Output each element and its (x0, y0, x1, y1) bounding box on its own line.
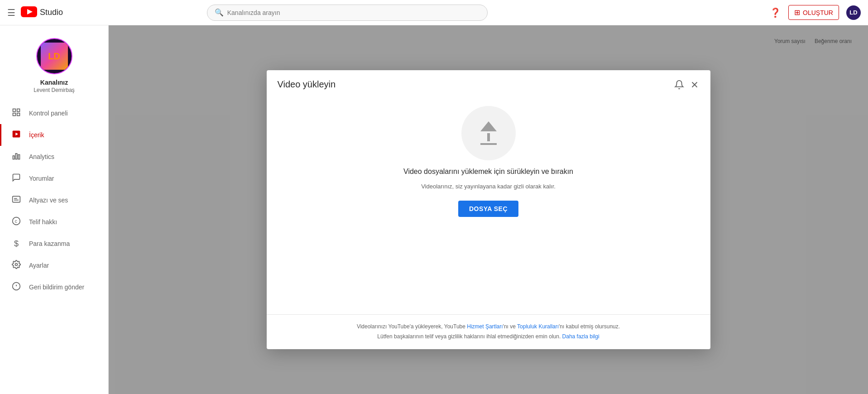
sidebar-item-label: Altyazı ve ses (29, 197, 68, 204)
upload-title: Video dosyalarını yüklemek için sürükley… (403, 168, 573, 176)
upload-drop-zone[interactable]: Video dosyalarını yüklemek için sürükley… (278, 106, 700, 305)
channel-info: LD Kanalınız Levent Demirbaş (0, 29, 108, 102)
sidebar-item-para[interactable]: $ Para kazanma (0, 233, 108, 255)
footer-line1: Videolarınızı YouTube'a yükleyerek, YouT… (278, 322, 700, 332)
topbar-right: ❓ ⊞ OLUŞTUR LD (770, 5, 861, 20)
arrow-up (480, 121, 497, 131)
channel-avatar: LD (36, 38, 72, 74)
sidebar-item-altyazi[interactable]: Altyazı ve ses (0, 189, 108, 211)
search-bar[interactable]: 🔍 (207, 5, 488, 21)
svg-rect-8 (13, 156, 14, 159)
play-icon (11, 130, 22, 141)
sidebar-item-label: Yorumlar (29, 175, 54, 182)
sidebar: LD Kanalınız Levent Demirbaş Kontrol pan… (0, 25, 109, 394)
more-info-link[interactable]: Daha fazla bilgi (562, 333, 599, 340)
grid-icon (11, 108, 22, 119)
bar-chart-icon (11, 151, 22, 163)
sidebar-item-geri-bildirim[interactable]: Geri bildirim gönder (0, 276, 108, 298)
footer-text2: 'nı ve (503, 323, 517, 330)
sidebar-item-label: Para kazanma (29, 240, 70, 247)
channel-avatar-inner: LD (41, 43, 68, 70)
svg-point-16 (15, 263, 18, 265)
sidebar-item-yorumlar[interactable]: Yorumlar (0, 168, 108, 189)
dollar-icon: $ (11, 239, 22, 249)
svg-rect-5 (17, 113, 20, 115)
upload-arrow-icon (480, 121, 497, 145)
tos-link[interactable]: Hizmet Şartları (467, 323, 503, 330)
arrow-base (480, 143, 497, 145)
comment-icon (11, 173, 22, 184)
channel-name: Kanalınız (40, 79, 68, 86)
search-input[interactable] (227, 9, 480, 16)
modal-header-icons (674, 80, 700, 90)
create-button[interactable]: ⊞ OLUŞTUR (788, 5, 839, 20)
channel-user: Levent Demirbaş (34, 87, 75, 93)
modal-overlay: Video yükleyin (109, 25, 868, 394)
sidebar-item-label: İçerik (29, 131, 44, 139)
svg-rect-3 (17, 109, 20, 111)
footer-text1: Videolarınızı YouTube'a yükleyerek, YouT… (357, 323, 467, 330)
copyright-icon: c (11, 216, 22, 228)
footer-line2-text: Lütfen başkalarının telif veya gizlilik … (377, 333, 562, 340)
upload-icon-circle (461, 106, 516, 160)
sidebar-item-icerik[interactable]: İçerik (0, 124, 108, 146)
subtitles-icon (11, 195, 22, 206)
upload-modal: Video yükleyin (267, 70, 710, 349)
community-link[interactable]: Topluluk Kuralları (517, 323, 559, 330)
feedback-icon (11, 282, 22, 293)
sidebar-item-label: Geri bildirim gönder (29, 283, 84, 291)
modal-body: Video dosyalarını yüklemek için sürükley… (267, 97, 710, 314)
svg-rect-4 (13, 113, 16, 115)
sidebar-item-label: Analytics (29, 153, 54, 160)
modal-footer: Videolarınızı YouTube'a yükleyerek, YouT… (267, 314, 710, 349)
sidebar-item-label: Telif hakkı (29, 218, 57, 226)
sidebar-item-label: Kontrol paneli (29, 110, 68, 117)
sidebar-item-label: Ayarlar (29, 262, 49, 269)
footer-text3: 'nı kabul etmiş olursunuz. (559, 323, 620, 330)
sidebar-nav: Kontrol paneli İçerik (0, 102, 108, 298)
svg-rect-9 (15, 154, 17, 159)
sidebar-item-telif[interactable]: c Telif hakkı (0, 211, 108, 233)
create-label: OLUŞTUR (803, 9, 833, 16)
svg-rect-2 (13, 109, 16, 111)
avatar[interactable]: LD (846, 5, 861, 20)
help-icon[interactable]: ❓ (770, 7, 781, 18)
studio-label: Studio (40, 8, 63, 17)
create-icon: ⊞ (794, 8, 800, 17)
modal-title: Video yükleyin (278, 79, 336, 90)
svg-rect-11 (13, 196, 20, 202)
modal-close-button[interactable] (690, 80, 700, 90)
logo[interactable]: Studio (21, 6, 63, 19)
youtube-icon (21, 6, 37, 19)
svg-rect-10 (18, 154, 19, 159)
arrow-shaft (487, 133, 490, 141)
menu-icon[interactable]: ☰ (7, 7, 15, 18)
gear-icon (11, 260, 22, 271)
topbar: ☰ Studio 🔍 ❓ ⊞ OLUŞTUR LD (0, 0, 868, 25)
footer-line2: Lütfen başkalarının telif veya gizlilik … (278, 332, 700, 342)
modal-header: Video yükleyin (267, 70, 710, 97)
main-content: Yorum sayısı Beğenme oranı Video yükleyi… (109, 25, 868, 394)
sidebar-item-analytics[interactable]: Analytics (0, 146, 108, 168)
modal-alert-button[interactable] (674, 80, 684, 90)
search-icon: 🔍 (215, 8, 224, 17)
sidebar-item-ayarlar[interactable]: Ayarlar (0, 255, 108, 276)
file-select-button[interactable]: DOSYA SEÇ (458, 201, 518, 217)
svg-text:c: c (15, 219, 17, 224)
sidebar-item-kontrol-paneli[interactable]: Kontrol paneli (0, 102, 108, 124)
upload-subtitle: Videolarınız, siz yayınlayana kadar gizl… (421, 183, 556, 190)
layout: LD Kanalınız Levent Demirbaş Kontrol pan… (0, 25, 868, 394)
